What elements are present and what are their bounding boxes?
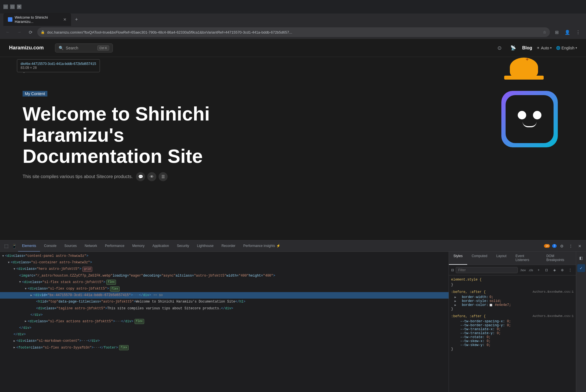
tab-sources[interactable]: Sources [60,240,81,252]
tab-memory[interactable]: Memory [128,240,148,252]
html-line-13[interactable]: </div> [0,331,449,338]
html-line-15[interactable]: ▶ <footer class="sl-flex astro-3yyafb3n"… [0,345,449,351]
list-icon-button[interactable]: ☰ [159,172,168,181]
chat-icon-button[interactable]: 💬 [136,172,145,181]
styles-tab-layout[interactable]: Layout [492,252,511,265]
language-nav-item[interactable]: 🌐 English ▾ [556,46,577,50]
styles-tab-styles[interactable]: Styles [449,252,467,265]
html-line-11[interactable]: ▶ <div class="sl-flex actions astro-jbfs… [0,318,449,325]
html-line-12[interactable]: </div> [0,325,449,331]
devtools-more-icon[interactable]: ⋮ [567,242,575,250]
prop-triangle-2[interactable]: ▶ [455,299,456,303]
tab-network[interactable]: Network [81,240,101,252]
auto-nav-item[interactable]: ☀ Auto ▾ [537,46,552,50]
flex-badge-15[interactable]: flex [119,345,129,350]
scroll-icon[interactable]: ⊕ [559,267,566,273]
html-line-4[interactable]: <img src="/_astro/houston.CZZyCf7p_ZmSIF… [0,273,449,279]
expand-arrow-1[interactable]: ▼ [2,254,4,259]
close-button[interactable]: ✕ [17,5,21,9]
tab-recorder[interactable]: Recorder [218,240,239,252]
devtools-inspector-icon[interactable]: ⬚ [2,242,10,250]
tab-elements[interactable]: Elements [18,240,40,252]
devtools-settings-icon[interactable]: ⚙ [558,242,566,250]
hover-toggle[interactable]: .hov [519,267,526,273]
styles-filter-input[interactable] [456,267,518,273]
expand-arrow-2[interactable]: ▼ [8,260,10,265]
address-bar[interactable]: 🔒 doc.haramizu.com/en/?bxQATool=true&bxF… [37,27,550,37]
site-logo[interactable]: Haramizu.com [9,45,44,51]
expand-arrow-6[interactable]: ▼ [25,287,27,291]
html-line-10[interactable]: </div> [0,312,449,318]
flex-badge-6[interactable]: flex [110,286,120,292]
html-line-3[interactable]: ▼ <div class="hero astro-jbfsktt5" > gri… [0,266,449,272]
search-icon: 🔍 [59,46,63,50]
add-style-icon[interactable]: + [535,267,542,273]
site-search[interactable]: 🔍 Search Ctrl K [55,43,113,52]
rule-prop-border-style: ▶ border-style: solid; [455,299,574,303]
expand-arrow-11[interactable]: ▶ [25,319,27,324]
color-swatch-border-color[interactable] [490,304,492,306]
prop-val-tw-border-spacing-x: 0; [507,319,511,323]
html-line-2[interactable]: ▼ <div class="sl-container astro-7nkwcw3… [0,259,449,266]
flex-badge-11[interactable]: flex [135,319,144,324]
expand-arrow-15[interactable]: ▶ [14,345,15,350]
grid-badge[interactable]: grid [82,267,92,272]
prop-name-border-style: border-style: [462,299,488,303]
html-line-7-selected[interactable]: ▶ <div id="bx-44715570-3cd1-441a-bddb-67… [0,292,449,299]
layout-icon[interactable]: ⊡ [543,267,550,273]
new-tab-button[interactable]: + [72,15,81,24]
back-button[interactable]: ← [3,28,12,37]
expand-arrow-14[interactable]: ▶ [14,339,15,343]
mascot-smile [523,122,537,127]
performance-insights-icon: ⚡ [276,244,280,248]
more-styles-icon[interactable]: ⋮ [567,267,574,273]
html-line-6[interactable]: ▼ <div class="sl-flex copy astro-jbfsktt… [0,286,449,292]
html-line-8[interactable]: <h1 id="top" data-page-title class="astr… [0,299,449,305]
rule-selector-before-after-2: :before, :after { [451,314,486,318]
menu-icon[interactable]: ⋮ [574,28,583,37]
forward-button[interactable]: → [15,28,24,37]
element-tooltip: div#bx-44715570-3cd1-441a-bddb-672b5d657… [17,59,100,72]
shadows-icon[interactable]: ◈ [551,267,558,273]
tab-performance-insights[interactable]: Performance insights ⚡ [239,240,284,252]
flex-badge-5[interactable]: flex [106,280,116,285]
html-line-5[interactable]: ▼ <div class="sl-flex stack astro-jbfskt… [0,279,449,286]
devtools-side-tool-1[interactable]: ◧ [577,254,585,262]
github-icon[interactable]: ⊙ [495,43,504,52]
styles-tab-event-listeners[interactable]: Event Listeners [511,252,542,265]
bookmark-icon[interactable]: ☆ [543,30,547,34]
styles-tab-dom-breakpoints[interactable]: DOM Breakpoints [542,252,576,265]
tab-lighthouse[interactable]: Lighthouse [193,240,218,252]
devtools-side-tool-2[interactable]: ✓ [577,264,585,272]
tab-console[interactable]: Console [40,240,60,252]
styles-tab-computed[interactable]: Computed [467,252,492,265]
tab-close-button[interactable]: ✕ [63,17,67,22]
prop-triangle-1[interactable]: ▶ [455,295,456,299]
rule-prop-tw-translate-y: --tw-translate-y: 0; [456,331,574,335]
maximize-button[interactable]: □ [10,5,15,9]
prop-name-tw-rotate: --tw-rotate: [460,335,484,339]
blog-nav-item[interactable]: Blog [522,45,532,51]
eye-icon-button[interactable]: 👁 [147,172,156,181]
prop-name-tw-skew-y: --tw-skew-y: [460,343,484,347]
cls-toggle[interactable]: .cls [527,267,534,273]
reload-button[interactable]: ⟳ [26,28,35,37]
prop-val-tw-translate-y: 0; [497,331,501,335]
expand-arrow-7[interactable]: ▶ [30,293,32,298]
rss-icon[interactable]: 📡 [509,43,518,52]
html-line-14[interactable]: ▶ <div class="sl-markdown-content" > ···… [0,338,449,344]
tab-application[interactable]: Application [148,240,173,252]
expand-arrow-3[interactable]: ▼ [14,267,15,271]
prop-triangle-3[interactable]: ▶ [455,303,456,307]
html-line-9[interactable]: <div class="tagline astro-jbfsktt5" > Th… [0,305,449,312]
minimize-button[interactable]: ─ [3,5,8,9]
profile-icon[interactable]: 👤 [563,28,572,37]
html-line-1[interactable]: ▼ <div class="content-panel astro-7nkwcw… [0,253,449,259]
extensions-icon[interactable]: ⊞ [552,28,561,37]
devtools-close-icon[interactable]: ✕ [576,242,584,250]
devtools-responsive-icon[interactable]: 📱 [10,242,18,250]
active-tab[interactable]: Welcome to Shinichi Haramizu... ✕ [3,13,71,26]
tab-performance[interactable]: Performance [101,240,128,252]
expand-arrow-5[interactable]: ▼ [19,280,21,284]
tab-security[interactable]: Security [173,240,193,252]
